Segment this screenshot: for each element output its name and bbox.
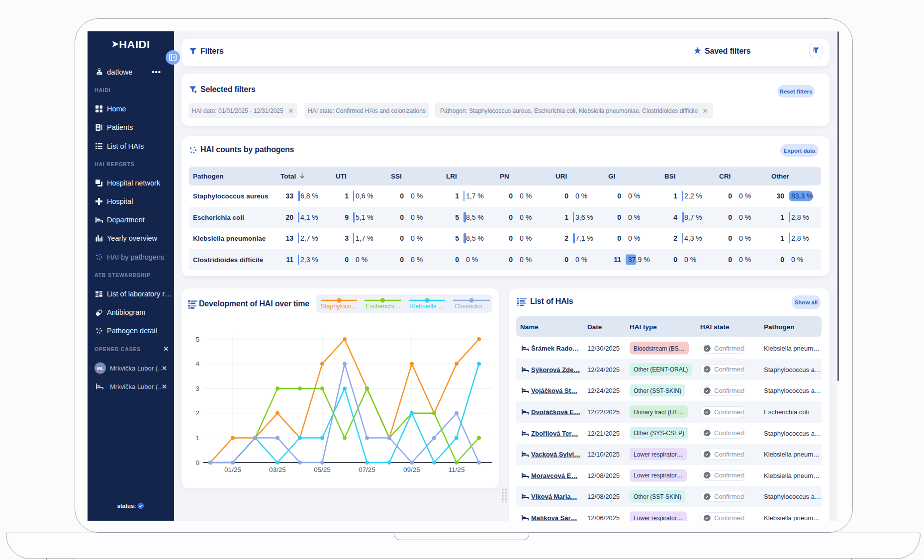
svg-text:09/25: 09/25	[403, 466, 420, 473]
svg-text:3: 3	[195, 385, 199, 392]
svg-text:5: 5	[195, 336, 199, 343]
svg-text:2: 2	[195, 409, 199, 417]
svg-text:05/25: 05/25	[314, 466, 331, 473]
svg-text:01/25: 01/25	[224, 466, 241, 473]
svg-text:1: 1	[195, 434, 199, 442]
svg-text:03/25: 03/25	[269, 466, 286, 473]
svg-text:07/25: 07/25	[359, 466, 375, 473]
svg-text:11/25: 11/25	[449, 466, 465, 473]
svg-text:0: 0	[195, 459, 199, 467]
svg-text:4: 4	[195, 360, 199, 368]
